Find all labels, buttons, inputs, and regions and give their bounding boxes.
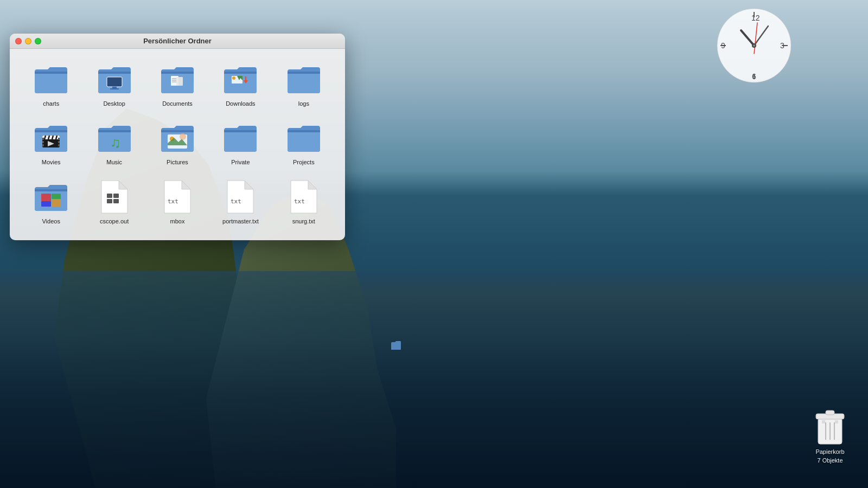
svg-rect-62 <box>822 420 825 423</box>
folder-pictures[interactable]: Pictures <box>147 116 208 170</box>
folder-movies-icon <box>34 120 68 155</box>
folder-private-icon <box>223 120 258 155</box>
folder-music[interactable]: ♫ Music <box>84 116 144 170</box>
file-portmaster[interactable]: txt portmaster.txt <box>210 175 271 229</box>
file-manager-window: Persönlicher Ordner charts <box>10 34 345 240</box>
svg-rect-38 <box>113 199 119 203</box>
svg-rect-63 <box>835 420 838 423</box>
file-icon-grid: charts Desktop <box>21 57 334 229</box>
folder-documents-label: Documents <box>162 100 193 107</box>
svg-rect-4 <box>176 77 183 86</box>
folder-videos[interactable]: Videos <box>21 175 81 229</box>
folder-desktop-label: Desktop <box>103 100 125 107</box>
folder-projects-label: Projects <box>293 158 315 166</box>
folder-pictures-icon <box>160 120 195 155</box>
folder-downloads-label: Downloads <box>226 100 255 107</box>
folder-private-label: Private <box>231 158 250 166</box>
window-controls <box>15 38 41 44</box>
trash-count: 7 Objekte <box>817 457 843 464</box>
file-cscope-icon <box>97 179 132 214</box>
svg-rect-32 <box>41 201 51 207</box>
folder-music-icon: ♫ <box>97 120 132 155</box>
svg-rect-0 <box>107 77 122 87</box>
window-title: Persönlicher Ordner <box>143 37 212 45</box>
svg-rect-1 <box>112 87 117 88</box>
folder-desktop-icon <box>97 62 132 97</box>
svg-rect-2 <box>110 88 119 89</box>
desktop-folder-small <box>391 341 401 352</box>
folder-charts-icon <box>34 62 68 97</box>
window-content: charts Desktop <box>10 49 345 240</box>
clock-widget: 12 3 6 9 <box>716 8 792 84</box>
close-button[interactable] <box>15 38 22 44</box>
maximize-button[interactable] <box>35 38 41 44</box>
svg-text:♫: ♫ <box>110 134 121 151</box>
svg-text:3: 3 <box>780 41 784 50</box>
svg-rect-33 <box>52 194 61 199</box>
svg-rect-35 <box>107 194 112 198</box>
svg-rect-23 <box>58 138 60 140</box>
folder-videos-icon <box>34 179 68 214</box>
folder-movies-label: Movies <box>42 158 61 166</box>
svg-rect-21 <box>42 141 44 143</box>
svg-rect-25 <box>58 144 60 146</box>
svg-text:12: 12 <box>751 14 760 22</box>
file-cscope-label: cscope.out <box>100 217 129 225</box>
folder-logs[interactable]: logs <box>273 57 334 112</box>
folder-charts-label: charts <box>43 100 59 107</box>
folder-downloads[interactable]: Downloads <box>210 57 271 112</box>
folder-private[interactable]: Private <box>210 116 271 170</box>
file-portmaster-icon: txt <box>223 179 258 214</box>
file-snurg-label: snurg.txt <box>292 217 315 225</box>
trash-label: Papierkorb <box>815 448 844 455</box>
folder-pictures-label: Pictures <box>167 158 188 166</box>
svg-text:txt: txt <box>231 198 241 205</box>
folder-projects[interactable]: Projects <box>273 116 334 170</box>
folder-music-label: Music <box>106 158 122 166</box>
folder-videos-label: Videos <box>42 217 60 225</box>
file-mbox-label: mbox <box>170 217 185 225</box>
file-cscope[interactable]: cscope.out <box>84 175 144 229</box>
trash-icon[interactable]: Papierkorb 7 Objekte <box>814 408 846 464</box>
file-portmaster-label: portmaster.txt <box>222 217 259 225</box>
folder-downloads-icon <box>223 62 258 97</box>
folder-charts[interactable]: charts <box>21 57 81 112</box>
svg-rect-37 <box>107 199 112 203</box>
window-titlebar: Persönlicher Ordner <box>10 34 345 49</box>
folder-documents-icon <box>160 62 195 97</box>
folder-desktop[interactable]: Desktop <box>84 57 144 112</box>
svg-rect-22 <box>42 144 44 146</box>
svg-text:txt: txt <box>168 198 178 205</box>
svg-point-30 <box>180 133 186 140</box>
svg-rect-58 <box>826 410 834 415</box>
folder-logs-label: logs <box>298 100 309 107</box>
folder-movies[interactable]: Movies <box>21 116 81 170</box>
svg-text:9: 9 <box>721 41 725 50</box>
svg-text:txt: txt <box>294 198 305 205</box>
svg-text:6: 6 <box>752 72 756 81</box>
folder-logs-icon <box>286 62 321 97</box>
svg-point-9 <box>232 76 235 80</box>
folder-projects-icon <box>286 120 321 155</box>
svg-rect-36 <box>113 194 119 198</box>
file-snurg-icon: txt <box>286 179 321 214</box>
minimize-button[interactable] <box>25 38 31 44</box>
svg-rect-24 <box>58 141 60 143</box>
file-snurg[interactable]: txt snurg.txt <box>273 175 334 229</box>
svg-rect-20 <box>42 138 44 140</box>
svg-rect-34 <box>52 200 61 207</box>
file-mbox-icon: txt <box>160 179 195 214</box>
file-mbox[interactable]: txt mbox <box>147 175 208 229</box>
svg-rect-31 <box>41 194 51 201</box>
svg-point-55 <box>753 44 755 47</box>
water-overlay <box>0 271 868 488</box>
folder-documents[interactable]: Documents <box>147 57 208 112</box>
